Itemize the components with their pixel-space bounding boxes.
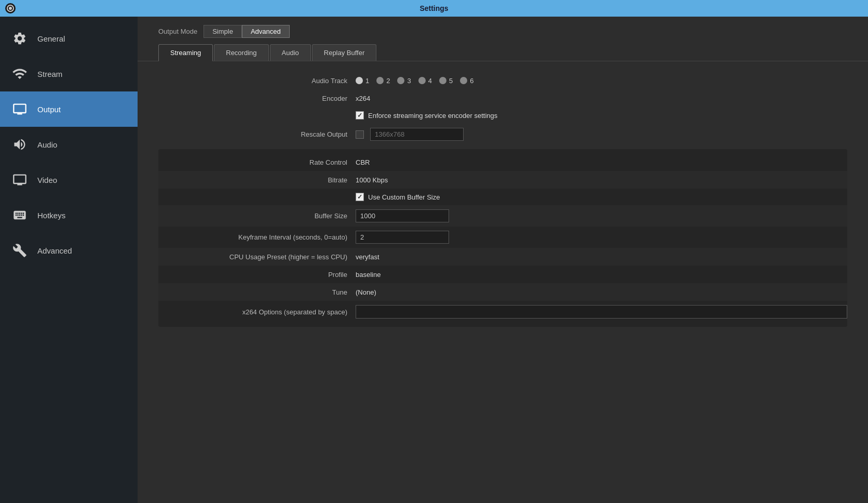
stream-icon	[10, 64, 29, 83]
advanced-icon	[10, 241, 29, 260]
tab-audio[interactable]: Audio	[270, 44, 311, 61]
sidebar-item-stream[interactable]: Stream	[0, 56, 138, 91]
rescale-output-checkbox[interactable]	[356, 130, 364, 139]
x264-options-row: x264 Options (separated by space)	[158, 301, 847, 323]
custom-buffer-checkbox-item[interactable]: Use Custom Buffer Size	[356, 193, 440, 201]
main-layout: General Stream Output	[0, 17, 868, 503]
track-4-label: 4	[428, 77, 432, 85]
cpu-preset-label: CPU Usage Preset (higher = less CPU)	[158, 253, 356, 261]
sidebar-item-hotkeys[interactable]: Hotkeys	[0, 197, 138, 233]
tune-label: Tune	[158, 288, 356, 296]
track-1-radio[interactable]	[356, 77, 363, 84]
gear-icon	[10, 29, 29, 48]
tab-recording[interactable]: Recording	[214, 44, 268, 61]
sidebar-item-label: Advanced	[37, 246, 72, 255]
encoder-section: Rate Control CBR Bitrate 1000 Kbps Use C…	[158, 149, 847, 327]
encoder-value: x264	[356, 95, 370, 102]
audio-track-row: Audio Track 1 2 3	[158, 72, 847, 89]
rescale-output-input[interactable]	[370, 128, 464, 141]
sidebar-item-label: Video	[37, 176, 57, 184]
cpu-preset-value[interactable]: veryfast	[356, 253, 379, 261]
encoder-label: Encoder	[158, 95, 356, 102]
enforce-encoder-label: Enforce streaming service encoder settin…	[368, 112, 497, 120]
svg-point-2	[9, 7, 12, 10]
bitrate-value[interactable]: 1000 Kbps	[356, 176, 388, 184]
tune-row: Tune (None)	[158, 283, 847, 301]
track-1-option[interactable]: 1	[356, 77, 369, 85]
track-6-radio[interactable]	[460, 77, 467, 84]
track-2-option[interactable]: 2	[376, 77, 390, 85]
sidebar-item-general[interactable]: General	[0, 21, 138, 56]
track-5-radio[interactable]	[439, 77, 446, 84]
track-5-option[interactable]: 5	[439, 77, 453, 85]
settings-area: Audio Track 1 2 3	[138, 61, 868, 503]
tabs-row: Streaming Recording Audio Replay Buffer	[138, 42, 868, 61]
buffer-size-label: Buffer Size	[158, 212, 356, 220]
profile-value[interactable]: baseline	[356, 271, 381, 279]
track-4-radio[interactable]	[418, 77, 426, 84]
obs-logo-icon	[4, 2, 17, 15]
enforce-encoder-checkbox-item[interactable]: Enforce streaming service encoder settin…	[356, 111, 497, 120]
custom-buffer-label: Use Custom Buffer Size	[368, 193, 440, 201]
profile-row: Profile baseline	[158, 266, 847, 283]
track-5-label: 5	[449, 77, 453, 85]
sidebar-item-label: General	[37, 34, 65, 43]
sidebar: General Stream Output	[0, 17, 138, 503]
bitrate-label: Bitrate	[158, 176, 356, 184]
keyframe-interval-input[interactable]	[356, 231, 449, 244]
track-3-label: 3	[407, 77, 411, 85]
video-icon	[10, 170, 29, 189]
track-3-option[interactable]: 3	[397, 77, 411, 85]
track-4-option[interactable]: 4	[418, 77, 432, 85]
hotkeys-icon	[10, 206, 29, 224]
tune-value[interactable]: (None)	[356, 288, 376, 296]
rate-control-label: Rate Control	[158, 158, 356, 166]
rate-control-row: Rate Control CBR	[158, 153, 847, 171]
sidebar-item-video[interactable]: Video	[0, 162, 138, 197]
title-bar: Settings	[0, 0, 868, 17]
keyframe-interval-label: Keyframe Interval (seconds, 0=auto)	[158, 233, 356, 241]
track-2-radio[interactable]	[376, 77, 384, 84]
enforce-encoder-row: Enforce streaming service encoder settin…	[158, 107, 847, 124]
sidebar-item-advanced[interactable]: Advanced	[0, 233, 138, 268]
track-3-radio[interactable]	[397, 77, 404, 84]
bitrate-row: Bitrate 1000 Kbps	[158, 171, 847, 189]
track-1-label: 1	[365, 77, 369, 85]
output-mode-label: Output Mode	[158, 28, 197, 35]
buffer-size-row: Buffer Size	[158, 205, 847, 227]
custom-buffer-checkbox[interactable]	[356, 193, 364, 201]
tab-streaming[interactable]: Streaming	[158, 44, 213, 61]
keyframe-interval-row: Keyframe Interval (seconds, 0=auto)	[158, 227, 847, 248]
content-area: Output Mode Simple Advanced Streaming Re…	[138, 17, 868, 503]
profile-label: Profile	[158, 271, 356, 279]
audio-icon	[10, 135, 29, 154]
rescale-output-row: Rescale Output	[158, 124, 847, 145]
encoder-row: Encoder x264	[158, 89, 847, 107]
cpu-preset-row: CPU Usage Preset (higher = less CPU) ver…	[158, 248, 847, 266]
track-6-option[interactable]: 6	[460, 77, 473, 85]
sidebar-item-audio[interactable]: Audio	[0, 127, 138, 162]
sidebar-item-label: Stream	[37, 70, 62, 78]
output-mode-advanced-btn[interactable]: Advanced	[242, 25, 290, 38]
output-mode-simple-btn[interactable]: Simple	[204, 25, 242, 38]
custom-buffer-row: Use Custom Buffer Size	[158, 189, 847, 205]
tab-replay-buffer[interactable]: Replay Buffer	[312, 44, 377, 61]
rescale-output-label: Rescale Output	[158, 130, 356, 138]
track-6-label: 6	[470, 77, 473, 85]
window-title: Settings	[419, 4, 448, 12]
sidebar-item-label: Audio	[37, 140, 57, 149]
enforce-encoder-checkbox[interactable]	[356, 111, 364, 120]
sidebar-item-label: Hotkeys	[37, 211, 65, 220]
sidebar-item-label: Output	[37, 105, 61, 114]
x264-options-label: x264 Options (separated by space)	[158, 308, 356, 316]
track-options: 1 2 3 4 5	[356, 77, 473, 85]
sidebar-item-output[interactable]: Output	[0, 91, 138, 127]
x264-options-input[interactable]	[356, 305, 847, 319]
track-2-label: 2	[386, 77, 390, 85]
output-mode-row: Output Mode Simple Advanced	[138, 17, 868, 42]
buffer-size-input[interactable]	[356, 209, 449, 222]
output-icon	[10, 100, 29, 118]
audio-track-label: Audio Track	[158, 77, 356, 85]
rate-control-value[interactable]: CBR	[356, 158, 370, 166]
